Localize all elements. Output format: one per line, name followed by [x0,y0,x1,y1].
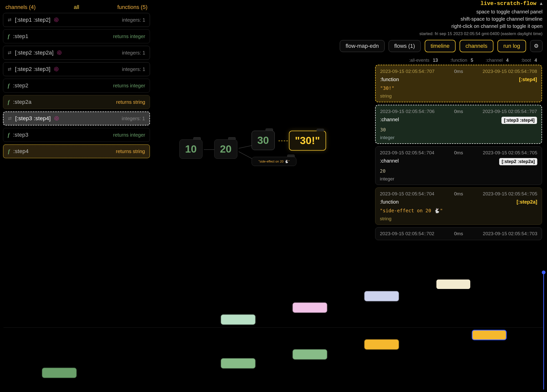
timeline-block[interactable] [364,291,399,301]
item-meta: integers: 1 [122,116,145,121]
timeline-block[interactable] [221,358,256,369]
node-20[interactable]: 20 [214,139,237,159]
event-ts-start: 2023-09-15 02:05:54::702 [380,231,434,236]
node-30-string[interactable]: "30!" [289,131,326,151]
timeline-block[interactable] [292,302,327,313]
timeline-block[interactable] [364,339,399,350]
flow-title-row: live-scratch-flow ▲ [419,0,543,7]
item-label: [:step2 :step3] [15,66,51,72]
run-log-button[interactable]: run log [497,40,526,52]
node-10[interactable]: 10 [179,139,203,159]
sidebar-item-function[interactable]: f:step2areturns string [3,95,150,109]
event-card[interactable]: 2023-09-15 02:05:54::7060ms2023-09-15 02… [375,105,542,144]
node-side-effect[interactable]: "side-effect on 20 🐇" [252,157,296,166]
event-duration: 0ms [454,109,463,114]
node-30[interactable]: 30 [252,131,275,150]
event-tag: [:step4] [519,77,537,82]
sidebar-item-function[interactable]: f:step2returns integer [3,79,150,93]
timeline-block[interactable] [292,349,327,360]
event-duration: 0ms [454,191,463,197]
item-label: [:step3 :step4] [15,115,51,122]
event-card[interactable]: 2023-09-15 02:05:54::7020ms2023-09-15 02… [375,227,542,240]
item-meta: returns integer [113,132,145,138]
item-meta: integers: 1 [122,50,145,56]
event-type: integer [380,135,537,140]
event-tag: [:step2a] [517,199,537,205]
stat-key: :boot [521,58,531,63]
node-tab-icon [228,137,236,140]
node-value: "30!" [295,135,320,147]
sidebar-item-function[interactable]: f:step1returns integer [3,29,150,43]
tab-all[interactable]: all [74,4,79,10]
tab-functions[interactable]: functions (5) [117,4,147,10]
sidebar-list: ⇄[:step1 :step2]ⓞintegers: 1f:step1retur… [3,13,150,158]
item-meta: integers: 1 [122,66,145,72]
event-value: "side-effect on 20 🐇" [380,208,537,214]
edge [204,149,215,150]
event-ts-start: 2023-09-15 02:05:54::706 [380,109,435,114]
item-label: :step2a [13,99,31,105]
header-hints: space to toggle channel panel shift-spac… [419,8,543,30]
hint-line: right-click on channel pill to toggle it… [419,23,543,30]
shuffle-icon: ⇄ [8,116,12,121]
tab-channels[interactable]: channels (4) [5,4,36,10]
event-value: 30 [380,127,537,132]
timeline-block-selected[interactable] [472,330,507,340]
event-duration: 0ms [454,69,463,74]
timeline-cursor[interactable] [543,273,544,390]
event-card[interactable]: 2023-09-15 02:05:54::7040ms2023-09-15 02… [375,146,542,185]
function-icon: f [8,82,9,89]
sidebar-item-channel[interactable]: ⇄[:step1 :step2]ⓞintegers: 1 [3,13,150,27]
sidebar-item-function[interactable]: f:step3returns integer [3,128,150,142]
item-label: [:step1 :step2] [15,17,51,23]
stat-key: :all-events [409,58,429,63]
stat-channel: :channel 4 [486,58,509,63]
timeline-block[interactable] [221,314,256,325]
event-type: string [380,93,537,99]
stat-key: :function [450,58,467,63]
hint-line: space to toggle channel panel [419,8,543,15]
item-label: :step1 [13,33,28,40]
settings-button[interactable]: ⚙ [530,40,543,52]
flow-map-edn-button[interactable]: flow-map-edn [340,40,384,52]
event-pill[interactable]: [:step3 :step4] [501,117,537,124]
item-meta: returns string [116,149,145,154]
flow-title: live-scratch-flow [480,0,536,7]
toolbar: flow-map-edn flows (1) timeline channels… [340,40,543,52]
flows-button[interactable]: flows (1) [389,40,421,52]
collapse-icon[interactable]: ▲ [540,1,543,6]
sidebar-item-channel[interactable]: ⇄[:step3 :step4]ⓞintegers: 1 [3,112,150,125]
event-card[interactable]: 2023-09-15 02:05:54::7070ms2023-09-15 02… [375,65,542,102]
flow-graph[interactable]: 10 20 30 "30!" "side-effect on 20 🐇" [179,124,344,179]
event-kind: :function [380,199,399,205]
sidebar: channels (4) all functions (5) ⇄[:step1 … [3,2,150,158]
stat-val: 4 [506,58,509,63]
item-meta: integers: 1 [122,17,145,23]
stat-val: 13 [433,58,438,63]
event-pill[interactable]: [:step2 :step2a] [499,158,537,165]
timeline-block[interactable] [42,368,77,378]
sidebar-item-channel[interactable]: ⇄[:step2 :step2a]ⓞintegers: 1 [3,46,150,60]
event-card[interactable]: 2023-09-15 02:05:54::7040ms2023-09-15 02… [375,187,542,225]
node-value: 20 [220,143,232,155]
shuffle-icon: ⇄ [8,50,11,56]
flame-icon: ⓞ [54,66,59,72]
node-value: 30 [257,134,269,146]
timeline-button[interactable]: timeline [425,40,456,52]
timeline-block[interactable] [436,279,471,289]
event-ts-start: 2023-09-15 02:05:54::704 [380,150,434,156]
sidebar-item-function[interactable]: f:step4returns string [3,144,150,158]
event-ts-end: 2023-09-15 02:05:54::708 [482,69,537,74]
item-meta: returns string [116,99,145,105]
function-icon: f [8,99,9,105]
sidebar-item-channel[interactable]: ⇄[:step2 :step3]ⓞintegers: 1 [3,62,150,76]
event-value: 20 [380,168,537,174]
stat-all-events: :all-events 13 [409,58,438,63]
sidebar-tabs: channels (4) all functions (5) [3,2,150,13]
gear-icon: ⚙ [534,43,539,49]
flame-icon: ⓞ [54,115,59,121]
event-kind: :function [380,77,399,82]
channels-button[interactable]: channels [460,40,493,52]
event-ts-end: 2023-09-15 02:05:54::705 [483,191,537,197]
timeline-panel[interactable] [0,263,547,392]
